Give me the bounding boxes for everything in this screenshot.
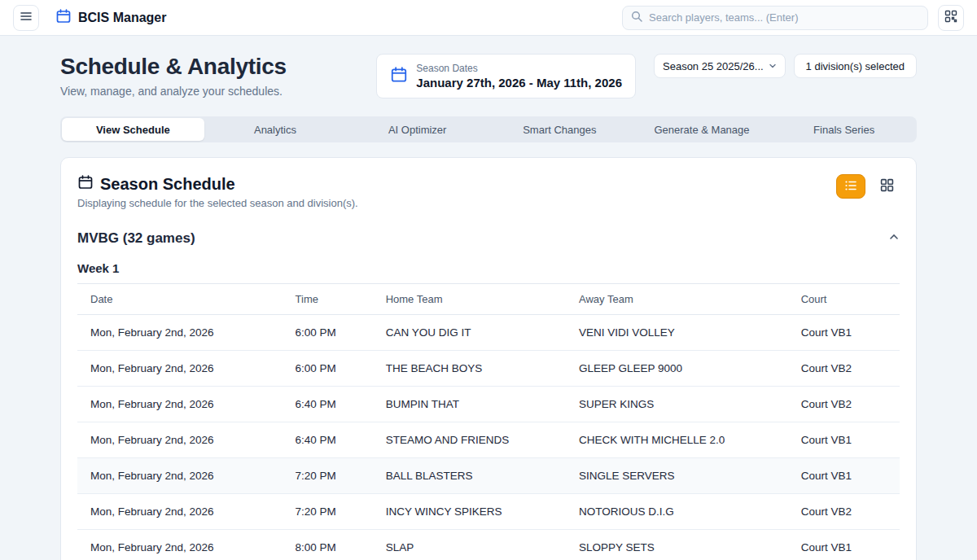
tab-generate-manage[interactable]: Generate & Manage (631, 118, 773, 141)
season-select[interactable]: Season 25 2025/26... (654, 54, 786, 78)
hamburger-icon (20, 10, 33, 25)
column-header-court: Court (793, 284, 900, 315)
game-time: 6:40 PM (287, 387, 378, 422)
season-dates-value: January 27th, 2026 - May 11th, 2026 (416, 76, 622, 90)
game-time: 6:00 PM (287, 315, 378, 351)
season-dates-card: Season Dates January 27th, 2026 - May 11… (376, 54, 636, 98)
table-header-row: Date Time Home Team Away Team Court (77, 284, 900, 315)
tab-ai-optimizer[interactable]: AI Optimizer (346, 118, 488, 141)
brand: BCIS Manager (55, 8, 166, 28)
search-input[interactable] (649, 11, 919, 24)
away-team: VENI VIDI VOLLEY (571, 315, 793, 351)
table-row[interactable]: Mon, February 2nd, 2026 6:00 PM CAN YOU … (77, 315, 900, 351)
qr-code-icon (944, 10, 957, 25)
game-time: 6:00 PM (287, 351, 378, 387)
tab-analytics[interactable]: Analytics (204, 118, 347, 141)
away-team: GLEEP GLEEP 9000 (571, 351, 793, 387)
table-row[interactable]: Mon, February 2nd, 2026 7:20 PM INCY WIN… (77, 494, 900, 530)
game-time: 6:40 PM (287, 422, 378, 458)
scan-button[interactable] (938, 5, 964, 31)
court: Court VB1 (793, 458, 900, 494)
tab-finals-series[interactable]: Finals Series (773, 118, 915, 141)
column-header-date: Date (77, 284, 287, 315)
grid-view-button[interactable] (874, 174, 900, 199)
away-team: CHECK WITH MICHELLE 2.0 (571, 422, 793, 458)
view-toggle (836, 174, 900, 199)
schedule-card-subtitle: Displaying schedule for the selected sea… (77, 197, 836, 209)
home-team: THE BEACH BOYS (378, 351, 571, 387)
menu-button[interactable] (13, 5, 39, 31)
game-date: Mon, February 2nd, 2026 (77, 530, 287, 560)
division-filter-button[interactable]: 1 division(s) selected (794, 54, 917, 78)
table-row[interactable]: Mon, February 2nd, 2026 7:20 PM BALL BLA… (77, 458, 900, 494)
game-date: Mon, February 2nd, 2026 (77, 458, 287, 494)
game-date: Mon, February 2nd, 2026 (77, 315, 287, 351)
chevron-up-icon (888, 231, 900, 246)
search-icon (631, 11, 642, 25)
season-select-value: Season 25 2025/26... (663, 60, 764, 72)
home-team: CAN YOU DIG IT (378, 315, 571, 351)
table-row[interactable]: Mon, February 2nd, 2026 6:00 PM THE BEAC… (77, 351, 900, 387)
app-title: BCIS Manager (78, 11, 166, 25)
schedule-card-header: Season Schedule Displaying schedule for … (77, 174, 900, 209)
court: Court VB2 (793, 351, 900, 387)
home-team: BUMPIN THAT (378, 387, 571, 422)
season-dates-text: Season Dates January 27th, 2026 - May 11… (416, 63, 622, 90)
tab-bar: View Schedule Analytics AI Optimizer Sma… (60, 116, 917, 142)
home-team: SLAP (378, 530, 571, 560)
game-date: Mon, February 2nd, 2026 (77, 387, 287, 422)
game-date: Mon, February 2nd, 2026 (77, 494, 287, 530)
calendar-icon (55, 8, 72, 28)
calendar-icon (77, 174, 94, 194)
home-team: BALL BLASTERS (378, 458, 571, 494)
chevron-down-icon (769, 60, 777, 72)
grid-view-icon (880, 178, 894, 195)
game-time: 7:20 PM (287, 458, 378, 494)
column-header-time: Time (287, 284, 378, 315)
away-team: SINGLE SERVERS (571, 458, 793, 494)
table-row[interactable]: Mon, February 2nd, 2026 6:40 PM BUMPIN T… (77, 387, 900, 422)
division-group-header[interactable]: MVBG (32 games) (77, 230, 900, 247)
schedule-title-wrap: Season Schedule Displaying schedule for … (77, 174, 836, 209)
week-title: Week 1 (77, 261, 900, 275)
list-view-button[interactable] (836, 174, 865, 199)
court: Court VB1 (793, 315, 900, 351)
list-view-icon (844, 179, 857, 195)
column-header-home-team: Home Team (378, 284, 571, 315)
table-row[interactable]: Mon, February 2nd, 2026 6:40 PM STEAMO A… (77, 422, 900, 458)
game-date: Mon, February 2nd, 2026 (77, 422, 287, 458)
tab-smart-changes[interactable]: Smart Changes (488, 118, 631, 141)
table-row[interactable]: Mon, February 2nd, 2026 8:00 PM SLAP SLO… (77, 530, 900, 560)
division-group-title: MVBG (32 games) (77, 230, 195, 247)
home-team: STEAMO AND FRIENDS (378, 422, 571, 458)
schedule-table: Date Time Home Team Away Team Court Mon,… (77, 283, 900, 560)
calendar-icon (390, 66, 408, 87)
game-date: Mon, February 2nd, 2026 (77, 351, 287, 387)
game-time: 8:00 PM (287, 530, 378, 560)
court: Court VB2 (793, 387, 900, 422)
page-title: Schedule & Analytics (60, 54, 368, 80)
page-subtitle: View, manage, and analyze your schedules… (60, 85, 368, 98)
page-header: Schedule & Analytics View, manage, and a… (60, 54, 917, 98)
court: Court VB1 (793, 530, 900, 560)
season-dates-label: Season Dates (416, 63, 622, 74)
tab-view-schedule[interactable]: View Schedule (62, 118, 204, 141)
title-block: Schedule & Analytics View, manage, and a… (60, 54, 368, 98)
season-schedule-card: Season Schedule Displaying schedule for … (60, 157, 917, 560)
away-team: NOTORIOUS D.I.G (571, 494, 793, 530)
page-container: Schedule & Analytics View, manage, and a… (60, 36, 917, 560)
court: Court VB2 (793, 494, 900, 530)
schedule-card-title: Season Schedule (100, 175, 235, 194)
home-team: INCY WINCY SPIKERS (378, 494, 571, 530)
global-search[interactable] (622, 6, 928, 30)
topbar: BCIS Manager (0, 0, 977, 36)
court: Court VB1 (793, 422, 900, 458)
away-team: SLOPPY SETS (571, 530, 793, 560)
column-header-away-team: Away Team (571, 284, 793, 315)
game-time: 7:20 PM (287, 494, 378, 530)
away-team: SUPER KINGS (571, 387, 793, 422)
